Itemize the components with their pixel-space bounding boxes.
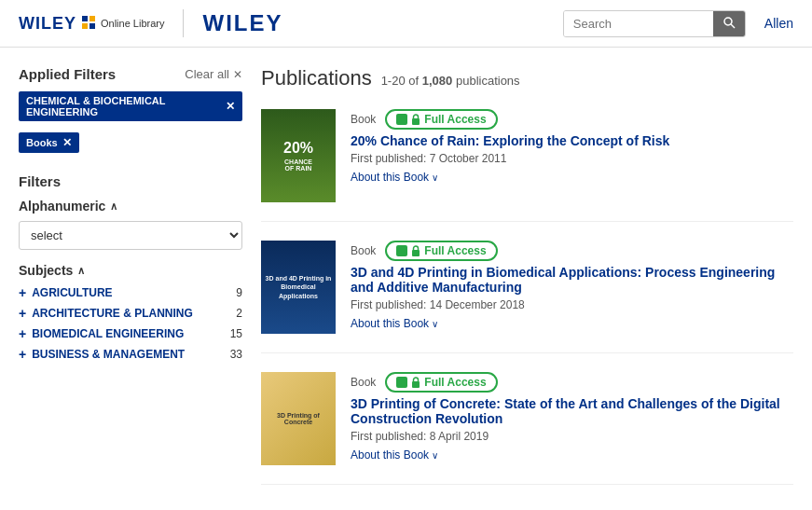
full-access-badge: Full Access [385,109,497,130]
svg-rect-6 [412,118,420,125]
about-book-link[interactable]: About this Book ∨ [351,171,438,184]
subject-plus-icon[interactable]: + [19,347,26,362]
book-title[interactable]: 3D and 4D Printing in Biomedical Applica… [351,265,793,295]
subject-item: + AGRICULTURE 9 [19,285,242,300]
chevron-down-icon: ∨ [432,450,438,461]
wiley-online-library-logo: WILEY Online Library [19,14,164,34]
subject-item: + BUSINESS & MANAGEMENT 33 [19,347,242,362]
subject-count: 2 [236,307,242,320]
search-input[interactable] [564,11,713,36]
subject-item: + ARCHITECTURE & PLANNING 2 [19,306,242,321]
chevron-down-icon: ∨ [432,172,438,183]
applied-filters-header: Applied Filters Clear all ✕ [19,66,242,82]
alphanumeric-select[interactable]: select [19,221,242,250]
subject-plus-icon[interactable]: + [19,306,26,321]
svg-rect-7 [412,250,420,256]
publications-of: of [408,74,421,88]
lock-icon [411,377,420,388]
svg-rect-3 [89,23,95,29]
subject-count: 9 [236,286,242,299]
filter-tag-books-remove[interactable]: ✕ [62,136,72,149]
subject-count: 33 [230,348,242,361]
filter-tag-chemical-label: CHEMICAL & BIOCHEMICAL ENGINEERING [26,95,221,117]
subjects-label: Subjects [19,263,73,278]
book-type: Book [351,244,376,257]
filter-tag-books[interactable]: Books ✕ [19,132,79,153]
full-access-badge: Full Access [385,241,497,261]
about-book-link[interactable]: About this Book ∨ [351,317,438,330]
filter-tag-books-label: Books [26,137,58,148]
subject-plus-icon[interactable]: + [19,285,26,300]
svg-rect-0 [82,16,88,21]
clear-all-x-icon: ✕ [233,68,242,81]
sidebar: Applied Filters Clear all ✕ CHEMICAL & B… [19,66,242,503]
publications-header: Publications 1-20 of 1,080 publications [261,66,793,90]
subject-item: + BIOMEDICAL ENGINEERING 15 [19,326,242,341]
book-title[interactable]: 20% Chance of Rain: Exploring the Concep… [351,133,793,148]
filter-tags: CHEMICAL & BIOCHEMICAL ENGINEERING ✕ Boo… [19,91,242,159]
subject-count: 15 [230,327,242,340]
clear-all-link[interactable]: Clear all ✕ [185,67,242,81]
user-name[interactable]: Allen [764,16,793,31]
content: Publications 1-20 of 1,080 publications … [261,66,793,503]
subject-name[interactable]: BUSINESS & MANAGEMENT [32,348,224,361]
search-area: Allen [563,10,793,37]
header: WILEY Online Library WILEY Allen [0,0,812,48]
svg-rect-2 [82,23,88,29]
applied-filters-title: Applied Filters [19,66,116,82]
subject-name[interactable]: AGRICULTURE [32,286,230,299]
lock-icon [411,114,420,125]
header-divider [183,9,184,37]
book-meta-row: Book Full Access [351,241,793,261]
publications-range: 1-20 [381,74,406,88]
subject-name[interactable]: ARCHITECTURE & PLANNING [32,307,230,320]
book-date: First published: 8 April 2019 [351,430,793,443]
subjects-header: Subjects ∧ [19,263,242,278]
subject-plus-icon[interactable]: + [19,326,26,341]
full-access-badge: Full Access [385,372,497,393]
subject-name[interactable]: BIOMEDICAL ENGINEERING [32,327,224,340]
publications-count: 1-20 of 1,080 publications [381,74,520,88]
book-item: 20% CHANCE OF RAIN Book Full Access 20% … [261,109,793,222]
filters-section: Filters Alphanumeric ∧ select Subjects ∧… [19,173,242,362]
filter-tag-chemical[interactable]: CHEMICAL & BIOCHEMICAL ENGINEERING ✕ [19,91,242,121]
book-info: Book Full Access 20% Chance of Rain: Exp… [351,109,793,184]
books-list: 20% CHANCE OF RAIN Book Full Access 20% … [261,109,793,485]
book-info: Book Full Access 3D and 4D Printing in B… [351,241,793,330]
publications-suffix-text: publications [456,74,520,88]
wiley-text: WILEY [19,14,76,34]
svg-rect-1 [89,16,95,21]
book-meta-row: Book Full Access [351,372,793,393]
book-title[interactable]: 3D Printing of Concrete: State of the Ar… [351,396,793,426]
filters-title: Filters [19,173,242,189]
book-meta-row: Book Full Access [351,109,793,130]
subjects-chevron-icon: ∧ [77,265,85,277]
publications-total: 1,080 [422,74,453,88]
about-book-link[interactable]: About this Book ∨ [351,448,438,462]
chevron-down-icon: ∨ [432,319,438,329]
main-container: Applied Filters Clear all ✕ CHEMICAL & B… [0,48,812,510]
filter-tag-chemical-remove[interactable]: ✕ [226,100,235,113]
book-type: Book [351,113,376,126]
wiley-logo: WILEY [202,10,282,36]
wiley-logo-text: WILEY [202,10,282,35]
book-info: Book Full Access 3D Printing of Concrete… [351,372,793,462]
svg-point-4 [724,18,732,25]
online-library-text: Online Library [101,18,164,29]
search-button[interactable] [713,11,745,36]
alphanumeric-chevron-icon: ∧ [110,200,117,213]
book-date: First published: 7 October 2011 [351,152,793,165]
clear-all-label: Clear all [185,67,229,81]
svg-rect-8 [412,381,420,388]
search-box [563,10,746,37]
wiley-squares [82,16,95,32]
book-item: 3D and 4D Printing in Biomedical Applica… [261,241,793,353]
subjects-list: + AGRICULTURE 9 + ARCHITECTURE & PLANNIN… [19,285,242,362]
search-icon [723,16,736,29]
svg-line-5 [731,24,735,28]
book-item: 3D Printing of Concrete Book Full Access… [261,372,793,485]
book-date: First published: 14 December 2018 [351,298,793,311]
publications-title: Publications [261,66,372,90]
alphanumeric-label: Alphanumeric [19,199,105,214]
book-type: Book [351,376,376,389]
